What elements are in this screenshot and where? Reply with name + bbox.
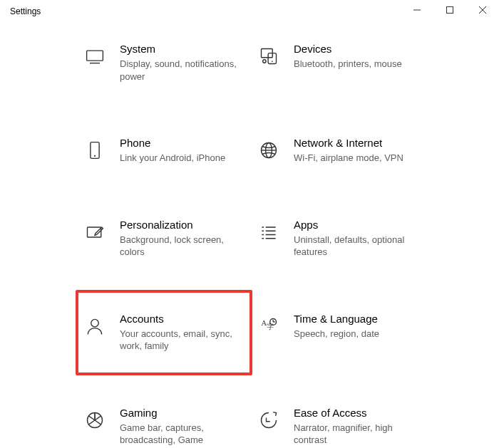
svg-rect-1: [447, 7, 453, 14]
app-title: Settings: [0, 0, 41, 16]
devices-icon: [257, 44, 281, 68]
minimize-button[interactable]: [401, 0, 433, 20]
system-icon: [83, 44, 107, 68]
tile-apps[interactable]: Apps Uninstall, defaults, optional featu…: [252, 216, 426, 261]
settings-home: System Display, sound, notifications, po…: [0, 26, 499, 448]
tile-title: Devices: [294, 43, 415, 55]
accounts-icon: [83, 314, 107, 338]
tile-title: Network & Internet: [294, 137, 415, 149]
svg-point-11: [94, 155, 96, 157]
tile-system[interactable]: System Display, sound, notifications, po…: [78, 40, 252, 85]
titlebar: Settings: [0, 0, 499, 26]
time-language-icon: A 字: [257, 314, 281, 338]
tile-network[interactable]: Network & Internet Wi-Fi, airplane mode,…: [252, 134, 426, 167]
tile-subtitle: Speech, region, date: [294, 328, 415, 340]
tile-subtitle: Your accounts, email, sync, work, family: [120, 328, 238, 353]
maximize-button[interactable]: [433, 0, 466, 20]
tile-title: Time & Language: [294, 313, 415, 325]
tile-time-language[interactable]: A 字 Time & Language Speech, region, date: [252, 310, 426, 355]
svg-point-8: [263, 60, 266, 63]
tile-title: Ease of Access: [294, 407, 415, 419]
window-controls: [401, 0, 499, 20]
tile-title: Personalization: [120, 219, 241, 231]
tile-phone[interactable]: Phone Link your Android, iPhone: [78, 134, 252, 167]
gaming-icon: [83, 408, 107, 432]
close-button[interactable]: [466, 0, 499, 20]
apps-icon: [257, 220, 281, 244]
tile-gaming[interactable]: Gaming Game bar, captures, broadcasting,…: [78, 404, 252, 448]
tile-subtitle: Background, lock screen, colors: [120, 234, 241, 259]
personalization-icon: [83, 220, 107, 244]
tile-subtitle: Game bar, captures, broadcasting, Game: [120, 422, 241, 447]
tile-subtitle: Bluetooth, printers, mouse: [294, 58, 415, 71]
svg-point-24: [91, 319, 99, 327]
tile-personalization[interactable]: Personalization Background, lock screen,…: [78, 216, 252, 261]
tile-subtitle: Uninstall, defaults, optional features: [294, 234, 415, 259]
tile-subtitle: Link your Android, iPhone: [120, 152, 241, 165]
tile-subtitle: Wi-Fi, airplane mode, VPN: [294, 152, 415, 165]
svg-text:A: A: [262, 319, 267, 327]
tile-accounts[interactable]: Accounts Your accounts, email, sync, wor…: [76, 290, 252, 375]
phone-icon: [83, 138, 107, 162]
category-grid: System Display, sound, notifications, po…: [78, 40, 499, 448]
svg-point-9: [272, 61, 273, 62]
ease-of-access-icon: [257, 408, 281, 432]
tile-title: Apps: [294, 219, 415, 231]
globe-icon: [257, 138, 281, 162]
tile-ease-of-access[interactable]: Ease of Access Narrator, magnifier, high…: [252, 404, 426, 448]
tile-title: Phone: [120, 137, 241, 149]
tile-subtitle: Display, sound, notifications, power: [120, 58, 241, 83]
tile-title: System: [120, 43, 241, 55]
tile-title: Accounts: [120, 313, 238, 325]
svg-rect-4: [87, 51, 103, 61]
tile-subtitle: Narrator, magnifier, high contrast: [294, 422, 415, 447]
tile-devices[interactable]: Devices Bluetooth, printers, mouse: [252, 40, 426, 85]
tile-title: Gaming: [120, 407, 241, 419]
